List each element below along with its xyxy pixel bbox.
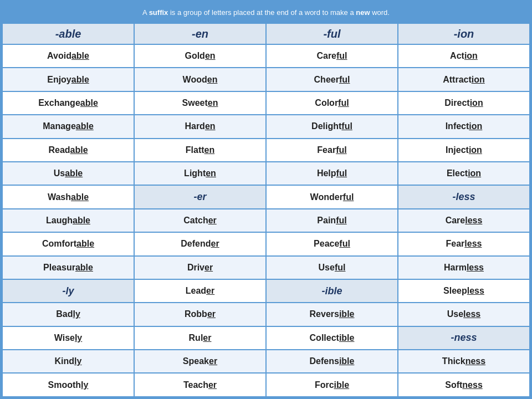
- table-cell: Lighten: [134, 162, 266, 185]
- suffix-part: ible: [339, 333, 355, 342]
- table-cell: -ly: [2, 279, 134, 303]
- suffix-part: er: [206, 286, 214, 295]
- suffix-part: er: [203, 333, 211, 342]
- table-cell: Fearless: [398, 232, 530, 255]
- suffix-part: en: [208, 98, 218, 108]
- table-cell: Leader: [134, 279, 266, 303]
- suffix-table: -able -en -ful -ion AvoidableGoldenCaref…: [2, 23, 530, 397]
- table-cell: Exchangeable: [2, 91, 134, 115]
- suffix-part: able: [80, 98, 98, 108]
- table-cell: Washable: [2, 185, 134, 208]
- suffix-part: ly: [81, 380, 88, 390]
- suffix-part: ful: [339, 239, 350, 248]
- table-cell: Injection: [398, 139, 530, 162]
- suffix-part: ly: [73, 309, 80, 319]
- suffix-part: less: [465, 216, 482, 225]
- suffix-part: er: [209, 356, 217, 366]
- suffix-part: able: [76, 121, 94, 131]
- suffix-part: ful: [339, 75, 350, 84]
- table-cell: -ness: [398, 326, 530, 350]
- suffix-part: able: [70, 145, 88, 155]
- suffix-part: able: [76, 239, 94, 248]
- table-cell: Usable: [2, 162, 134, 185]
- table-cell: Reversible: [266, 303, 398, 326]
- table-cell: Wisely: [2, 326, 134, 350]
- table-row: UsableLightenHelpfulElection: [2, 162, 530, 185]
- suffix-part: less: [463, 309, 480, 319]
- suffix-part: less: [467, 263, 484, 272]
- suffix-part: ly: [75, 333, 82, 342]
- table-cell: Infection: [398, 115, 530, 138]
- suffix-part: ful: [341, 121, 352, 131]
- table-cell: Useful: [266, 256, 398, 279]
- suffix-part: ion: [469, 145, 482, 155]
- suffix-part: ible: [339, 309, 355, 319]
- table-cell: Collectible: [266, 326, 398, 350]
- table-cell: Peaceful: [266, 232, 398, 255]
- table-cell: Enjoyable: [2, 68, 134, 91]
- table-row: ComfortableDefenderPeacefulFearless: [2, 232, 530, 255]
- table-cell: Careless: [398, 209, 530, 232]
- suffix-part: ion: [472, 75, 485, 84]
- table-cell: Defensible: [266, 350, 398, 373]
- table-row: BadlyRobberReversibleUseless: [2, 303, 530, 326]
- table-cell: Action: [398, 44, 530, 68]
- table-cell: Robber: [134, 303, 266, 326]
- suffix-part: ly: [74, 356, 81, 366]
- header: A suffix is a group of letters placed at…: [2, 2, 530, 23]
- table-row: ExchangeableSweetenColorfulDirection: [2, 91, 530, 115]
- table-cell: -er: [134, 185, 266, 208]
- suffix-part: ful: [336, 168, 347, 178]
- table-cell: Softness: [398, 373, 530, 397]
- suffix-part: ion: [469, 121, 482, 131]
- table-row: ReadableFlattenFearfulInjection: [2, 139, 530, 162]
- suffix-part: ion: [468, 168, 481, 178]
- table-cell: Harden: [134, 115, 266, 138]
- header-subtitle: A suffix is a group of letters placed at…: [142, 8, 390, 17]
- table-cell: Painful: [266, 209, 398, 232]
- table-cell: Defender: [134, 232, 266, 255]
- table-cell: Direction: [398, 91, 530, 115]
- table-row: PleasurableDriverUsefulHarmless: [2, 256, 530, 279]
- table-cell: Careful: [266, 44, 398, 68]
- table-cell: Golden: [134, 44, 266, 68]
- suffix-part: ible: [334, 380, 350, 390]
- table-cell: Thickness: [398, 350, 530, 373]
- suffix-part: ful: [336, 51, 347, 60]
- suffix-part: en: [204, 145, 215, 155]
- table-row: -lyLeader-ibleSleepless: [2, 279, 530, 303]
- table-cell: -less: [398, 185, 530, 208]
- table-cell: Wonderful: [266, 185, 398, 208]
- table-row: ManageableHardenDelightfulInfection: [2, 115, 530, 138]
- suffix-part: able: [65, 168, 83, 178]
- table-cell: Avoidable: [2, 44, 134, 68]
- suffix-part: er: [204, 263, 213, 272]
- suffix-part: en: [207, 75, 218, 84]
- suffix-part: ness: [462, 380, 482, 390]
- table-cell: Forcible: [266, 373, 398, 397]
- table-cell: Colorful: [266, 91, 398, 115]
- table-area: -able -en -ful -ion AvoidableGoldenCaref…: [2, 23, 530, 397]
- table-cell: Flatten: [134, 139, 266, 162]
- table-cell: Speaker: [134, 350, 266, 373]
- suffix-part: ful: [335, 263, 346, 272]
- suffix-part: ful: [336, 145, 347, 155]
- table-cell: Kindly: [2, 350, 134, 373]
- col-header-ion: -ion: [398, 23, 530, 44]
- suffix-part: en: [205, 121, 216, 131]
- col-header-ful: -ful: [266, 23, 398, 44]
- table-cell: Catcher: [134, 209, 266, 232]
- suffix-part: er: [208, 380, 217, 390]
- suffix-part: er: [211, 239, 219, 248]
- table-cell: Badly: [2, 303, 134, 326]
- suffix-part: ion: [470, 98, 483, 108]
- suffix-part: able: [75, 263, 93, 272]
- suffix-part: able: [71, 51, 89, 60]
- table-cell: Election: [398, 162, 530, 185]
- table-row: AvoidableGoldenCarefulAction: [2, 44, 530, 68]
- table-cell: Helpful: [266, 162, 398, 185]
- suffix-part: able: [71, 192, 89, 202]
- table-cell: Comfortable: [2, 232, 134, 255]
- table-row: EnjoyableWoodenCheerfulAttraction: [2, 68, 530, 91]
- table-cell: Pleasurable: [2, 256, 134, 279]
